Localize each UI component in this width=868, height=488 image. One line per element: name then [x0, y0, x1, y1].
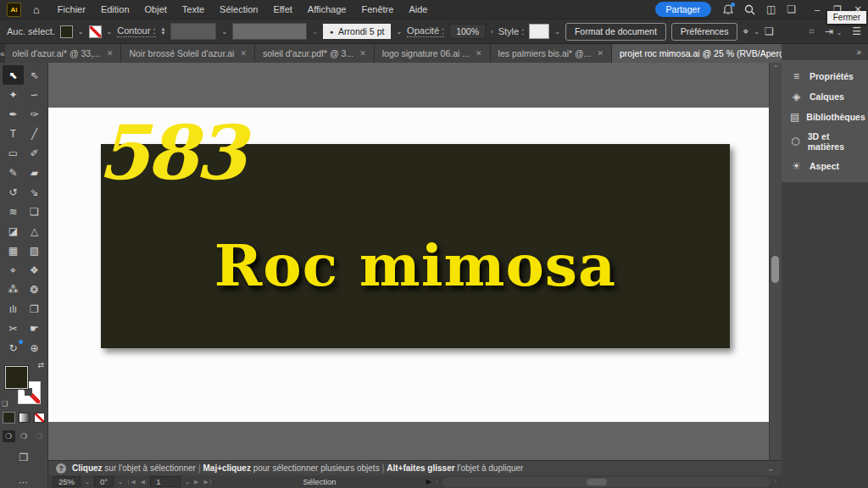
rectangle-tool[interactable]: ▭ [3, 143, 24, 163]
share-button[interactable]: Partager [655, 2, 711, 17]
document-tab-3[interactable]: logo signature 06.ai ...✕ [375, 44, 491, 63]
preferences-button[interactable]: Préférences [671, 23, 738, 41]
tab-close-icon[interactable]: ✕ [107, 49, 114, 58]
opacity-value-field[interactable]: 100% [449, 24, 486, 39]
variable-width-profile-field[interactable] [232, 23, 307, 40]
gradient-button[interactable] [19, 413, 30, 423]
tab-close-icon[interactable]: ✕ [597, 49, 604, 58]
eraser-tool[interactable]: ▰ [24, 163, 45, 182]
eyedropper-tool[interactable]: ⌖ [3, 260, 24, 280]
draw-behind-mode[interactable]: ❍ [18, 430, 31, 442]
menu-fichier[interactable]: Fichier [50, 4, 93, 14]
panel-tab-3d-et-mati-res[interactable]: ⬡3D et matières [782, 127, 868, 156]
artwork-title-text[interactable]: Roc mimosa [101, 234, 730, 297]
artboard-number-field[interactable]: 1 [150, 476, 181, 487]
symbol-sprayer-tool[interactable]: ⁂ [3, 280, 24, 299]
color-button[interactable] [3, 413, 14, 423]
none-button[interactable] [34, 413, 45, 423]
line-segment-tool[interactable]: ╱ [24, 124, 45, 143]
stroke-weight-field[interactable] [170, 23, 216, 40]
mesh-tool[interactable]: ▦ [3, 241, 24, 260]
pen-tool[interactable]: ✒ [3, 104, 24, 124]
document-tab-2[interactable]: soleil d'azur.pdf* @ 3...✕ [255, 44, 375, 63]
perspective-grid-tool[interactable]: △ [24, 221, 45, 241]
gradient-tool[interactable]: ▧ [24, 241, 45, 260]
panel-tab-calques[interactable]: ◈Calques [782, 86, 868, 107]
rotate-tool[interactable]: ↺ [3, 182, 24, 202]
lasso-tool[interactable]: ∽ [24, 85, 45, 104]
pencil-tool[interactable]: ✎ [3, 163, 24, 182]
width-tool[interactable]: ≋ [3, 202, 24, 221]
scroll-right-icon[interactable]: › [775, 479, 777, 485]
artboard-tool[interactable]: ❐ [24, 299, 45, 319]
artboard-chevron-icon[interactable]: ⌄ [185, 479, 190, 485]
canvas-area[interactable]: 583 Roc mimosa ⌃ [48, 63, 782, 460]
hand-tool[interactable]: ☛ [24, 319, 45, 338]
vertical-scrollbar[interactable]: ⌃ [769, 63, 782, 460]
menu-selection[interactable]: Sélection [212, 4, 265, 14]
menu-effet[interactable]: Effet [265, 4, 299, 14]
select-similar-chevron-icon[interactable]: ⌄ [754, 28, 760, 36]
first-artboard-icon[interactable]: ∣◀ [127, 479, 136, 485]
rotation-field[interactable]: 0° [94, 476, 114, 487]
style-chevron-icon[interactable]: ⌄ [554, 28, 560, 36]
control-bar-menu-icon[interactable]: ☰ [852, 25, 861, 37]
collapse-panels-icon[interactable]: » [782, 44, 868, 58]
workspace-layout-icon[interactable]: ◫ [766, 3, 776, 15]
menu-affichage[interactable]: Affichage [300, 4, 354, 14]
status-menu-arrow-icon[interactable]: ▶ [426, 478, 431, 485]
rotation-chevron-icon[interactable]: ⌄ [118, 479, 123, 485]
panel-tab-propri-t-s[interactable]: ≡Propriétés [782, 66, 868, 86]
horizontal-scrollbar-thumb[interactable] [587, 479, 607, 485]
opacity-label[interactable]: Opacité : [407, 25, 444, 37]
hint-chevron-down-icon[interactable]: ⌄ [767, 464, 774, 473]
magic-wand-tool[interactable]: ✦ [3, 85, 24, 104]
document-setup-button[interactable]: Format de document [565, 23, 666, 41]
swap-fill-stroke-icon[interactable]: ⇄ [37, 361, 44, 369]
screen-mode-icon[interactable]: ❐ [19, 452, 29, 463]
zoom-tool[interactable]: ⊕ [24, 338, 45, 358]
document-tab-0[interactable]: oleil d'azur.ai* @ 33,...✕ [5, 44, 122, 63]
select-similar-icon[interactable]: ⌖ [743, 25, 748, 37]
isolate-selection-icon[interactable]: ❏ [765, 25, 774, 37]
rotate-view-tool[interactable]: ↻ [3, 338, 24, 358]
fill-chevron-down-icon[interactable]: ⌄ [78, 28, 84, 36]
symbol-shifter-tool[interactable]: ❂ [24, 280, 45, 299]
tab-close-icon[interactable]: ✕ [476, 49, 482, 58]
zoom-level-field[interactable]: 25% [53, 476, 81, 487]
menu-aide[interactable]: Aide [401, 4, 435, 14]
menu-edition[interactable]: Edition [93, 4, 137, 14]
column-graph-tool[interactable]: ılı [3, 299, 24, 319]
document-tab-1[interactable]: Noir brossé Soleil d'azur.ai✕ [121, 44, 255, 63]
shape-builder-tool[interactable]: ◪ [3, 221, 24, 241]
workspace-switch-icon[interactable]: ❏ [787, 3, 796, 15]
draw-normal-mode[interactable]: ❍ [3, 430, 15, 442]
menu-fenetre[interactable]: Fenêtre [353, 4, 401, 14]
edit-toolbar-ellipsis-icon[interactable]: ⋯ [19, 477, 29, 488]
blend-tool[interactable]: ❖ [24, 260, 45, 280]
brush-chevron-icon[interactable]: ⌄ [396, 28, 402, 36]
default-swatches-icon[interactable]: ❑ [2, 400, 8, 408]
scroll-left-icon[interactable]: ‹ [436, 479, 438, 485]
opacity-chevron-right-icon[interactable]: › [491, 28, 493, 36]
type-tool[interactable]: T [3, 124, 24, 143]
menu-objet[interactable]: Objet [137, 4, 175, 14]
scale-tool[interactable]: ⇘ [24, 182, 45, 202]
free-transform-tool[interactable]: ❏ [24, 202, 45, 221]
document-tab-4[interactable]: les palmiers bis.ai* @...✕ [491, 44, 612, 63]
minimize-button[interactable]: – [807, 4, 827, 14]
tab-close-icon[interactable]: ✕ [359, 49, 366, 58]
menu-texte[interactable]: Texte [175, 4, 212, 14]
stroke-weight-chevron-icon[interactable]: ⌄ [221, 28, 227, 36]
vertical-scrollbar-thumb[interactable] [771, 256, 779, 283]
direct-selection-tool[interactable]: ⇖ [24, 65, 45, 85]
selection-tool[interactable]: ⬉ [3, 65, 24, 85]
panel-tab-aspect[interactable]: ☀Aspect [782, 156, 868, 176]
panel-tab-biblioth-ques[interactable]: ▤Bibliothèques [782, 107, 868, 127]
stroke-weight-label[interactable]: Contour : [117, 25, 155, 37]
fill-color-swatch[interactable] [60, 25, 73, 38]
graphic-style-dropdown[interactable] [529, 24, 549, 39]
slice-tool[interactable]: ✂ [3, 319, 24, 338]
zoom-chevron-icon[interactable]: ⌄ [85, 479, 90, 485]
notifications-bell-icon[interactable] [723, 4, 733, 15]
